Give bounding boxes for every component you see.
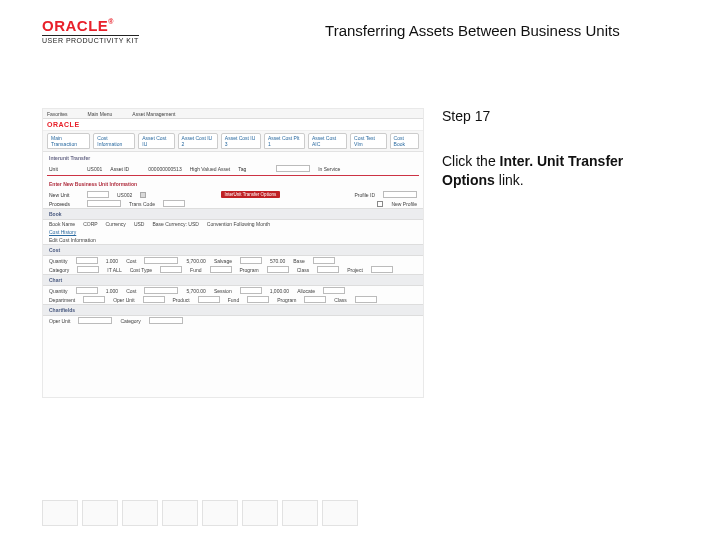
ss-brand-row: ORACLE [43,119,423,131]
ss-tab-strip: Main Transaction Cost Information Asset … [43,131,423,152]
step-label: Step 17 [442,108,706,124]
ss-tab[interactable]: Asset Cost AIC [308,133,347,149]
ss-tab[interactable]: Cost Information [93,133,135,149]
ss-tab[interactable]: Cost Test Vlm [350,133,387,149]
upk-subtitle: USER PRODUCTIVITY KIT [42,35,139,44]
ss-row-asset: UnitUS001 Asset ID000000000513 High Valu… [43,164,423,173]
ss-bar-book: Book [43,208,423,220]
pager-thumb[interactable] [322,500,358,526]
interunit-transfer-options-link[interactable]: InterUnit Transfer Options [221,191,281,198]
content-area: FavoritesMain MenuAsset Management ORACL… [0,52,720,398]
ss-row-cost2: CategoryIT ALL Cost Type Fund Program Cl… [43,265,423,274]
oracle-logo: ORACLE® [42,18,114,33]
ss-row-newbu1: New Unit US002 InterUnit Transfer Option… [43,190,423,199]
ss-bar-chart2: Chartfields [43,304,423,316]
ss-tab[interactable]: Asset Cost IU 2 [178,133,218,149]
ss-menubar: FavoritesMain MenuAsset Management [43,109,423,119]
instruction-panel: Step 17 Click the Inter. Unit Transfer O… [442,108,706,190]
pager-thumb[interactable] [162,500,198,526]
pager-thumb[interactable] [42,500,78,526]
brand-block: ORACLE® USER PRODUCTIVITY KIT [42,18,139,44]
ss-row-cf: Oper Unit Category [43,316,423,325]
instruction-text: Click the Inter. Unit Transfer Options l… [442,152,672,190]
ss-bar-chart: Chart [43,274,423,286]
ss-tab[interactable]: Asset Cost IU [138,133,174,149]
page-title: Transferring Assets Between Business Uni… [179,18,706,39]
pager-thumb[interactable] [82,500,118,526]
ss-row-ch2: Department Oper Unit Product Fund Progra… [43,295,423,304]
page-header: ORACLE® USER PRODUCTIVITY KIT Transferri… [0,0,720,52]
ss-tab[interactable]: Asset Cost Plt 1 [264,133,305,149]
ss-section-newbu: Enter New Business Unit Information [43,178,423,190]
pager-thumb[interactable] [122,500,158,526]
ss-section-iut: Interunit Transfer [43,152,423,164]
checkbox-icon[interactable] [377,201,383,207]
pager-thumb[interactable] [242,500,278,526]
ss-tab[interactable]: Main Transaction [47,133,90,149]
ss-bar-cost: Cost [43,244,423,256]
cost-history-link[interactable]: Cost History [49,229,76,235]
pager-thumb[interactable] [202,500,238,526]
ss-row-newbu2: Proceeds Trans Code New Profile [43,199,423,208]
ss-row-cost1: Quantity1.000 Cost5,700.00 Salvage570.00… [43,256,423,265]
ss-tab[interactable]: Asset Cost IU 3 [221,133,261,149]
ss-row-ch1: Quantity1.000 Cost5,700.00 Session1,000.… [43,286,423,295]
ss-divider [47,175,419,176]
ss-row-book: Book NameCORP CurrencyUSD Base Currency:… [43,220,423,228]
ss-row-links: Cost History [43,228,423,236]
ss-row-edit: Edit Cost Information [43,236,423,244]
slide-pager [42,500,358,526]
pager-thumb[interactable] [282,500,318,526]
ss-tab[interactable]: Cost Book [390,133,419,149]
embedded-screenshot: FavoritesMain MenuAsset Management ORACL… [42,108,424,398]
lookup-icon[interactable] [140,192,146,198]
